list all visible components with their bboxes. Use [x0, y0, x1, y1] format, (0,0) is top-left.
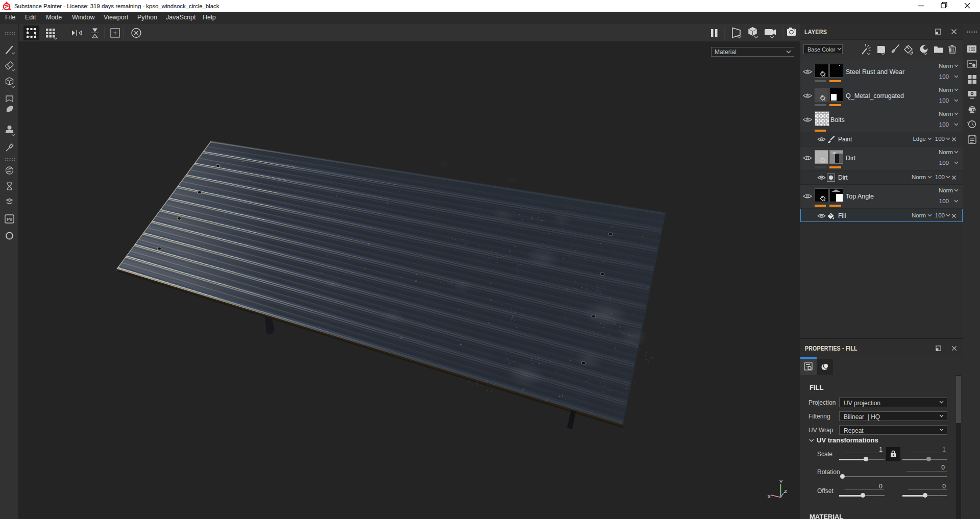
svg-text:X: X: [768, 493, 771, 499]
svg-text:Ps: Ps: [7, 216, 12, 222]
svg-text:Y: Y: [779, 479, 783, 484]
svg-text:Z: Z: [784, 488, 787, 494]
